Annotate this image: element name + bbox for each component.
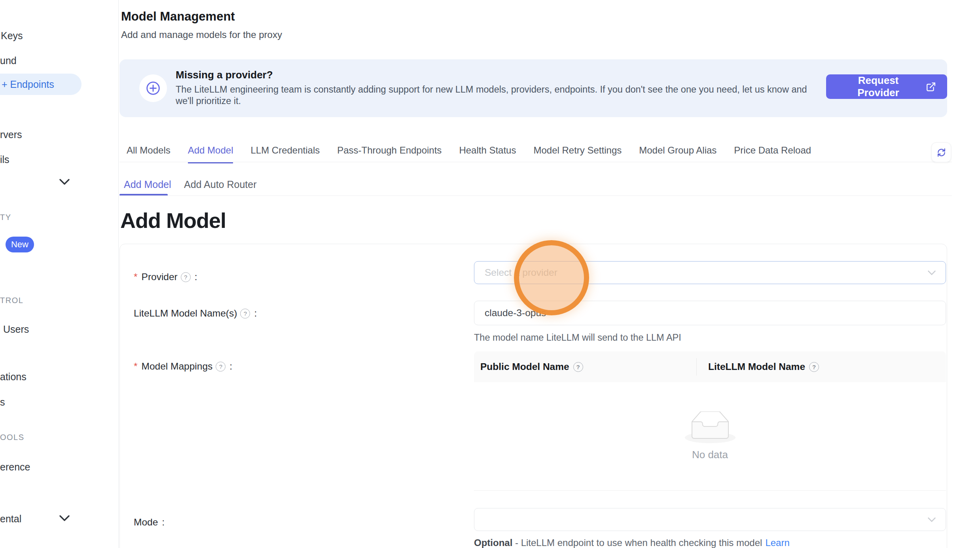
sidebar-section-label-control: TROL <box>0 296 23 305</box>
sidebar-item-servers[interactable]: rvers <box>0 129 22 140</box>
required-asterisk: * <box>134 361 138 372</box>
chevron-down-icon <box>927 517 936 522</box>
plus-circle-icon <box>139 74 167 102</box>
provider-select-placeholder: Select a provider <box>485 267 557 278</box>
tab-llm-credentials[interactable]: LLM Credentials <box>250 145 320 163</box>
sidebar-item-inference[interactable]: erence <box>0 461 30 473</box>
app-page: Keys und + Endpoints rvers ils TY New TR… <box>0 0 980 548</box>
label-colon: : <box>162 517 165 528</box>
tab-model-group-alias[interactable]: Model Group Alias <box>639 145 717 163</box>
request-provider-button[interactable]: Request Provider <box>826 74 947 99</box>
refresh-button[interactable] <box>931 142 951 162</box>
label-colon: : <box>195 271 197 283</box>
banner-title: Missing a provider? <box>176 69 273 81</box>
mode-select[interactable] <box>474 508 946 531</box>
sidebar-item-teams[interactable]: s <box>0 396 5 408</box>
model-name-help-text: The model name LiteLLM will send to the … <box>474 332 681 343</box>
sidebar-section-label-tools: OOLS <box>0 433 25 442</box>
no-data-text: No data <box>692 449 728 461</box>
column-label: LiteLLM Model Name <box>708 361 805 372</box>
help-icon[interactable]: ? <box>573 362 583 372</box>
model-name-label: LiteLLM Model Name(s) ? : <box>134 308 257 319</box>
chevron-down-icon <box>927 270 936 275</box>
mode-hint-text: - LiteLLM endpoint to use when health ch… <box>512 537 762 548</box>
page-title: Model Management <box>121 9 235 24</box>
missing-provider-banner: Missing a provider? The LiteLLM engineer… <box>119 59 947 117</box>
sidebar-item-users[interactable]: Users <box>3 324 29 335</box>
tab-all-models[interactable]: All Models <box>127 145 171 163</box>
label-colon: : <box>254 308 257 319</box>
help-icon[interactable]: ? <box>216 362 226 372</box>
learn-link[interactable]: Learn <box>765 537 789 548</box>
model-name-input[interactable] <box>474 301 946 325</box>
refresh-icon <box>936 147 947 158</box>
chevron-down-icon[interactable] <box>59 179 70 185</box>
column-divider <box>696 358 697 375</box>
sidebar-item-experimental[interactable]: ental <box>0 513 21 525</box>
form-heading: Add Model <box>120 208 226 233</box>
model-mappings-label: * Model Mappings ? : <box>134 361 232 372</box>
mappings-table-empty-state: No data <box>474 382 946 491</box>
sidebar-item-playground[interactable]: und <box>0 55 17 66</box>
column-label: Public Model Name <box>480 361 569 372</box>
model-name-label-text: LiteLLM Model Name(s) <box>134 308 237 319</box>
page-subtitle: Add and manage models for the proxy <box>121 29 282 40</box>
subtab-add-auto-router[interactable]: Add Auto Router <box>184 179 256 190</box>
tab-price-data-reload[interactable]: Price Data Reload <box>734 145 811 163</box>
mode-hint: Optional - LiteLLM endpoint to use when … <box>474 537 790 548</box>
tabs-divider <box>119 162 952 162</box>
banner-body-line2: we'll prioritize it. <box>176 96 241 106</box>
tab-health-status[interactable]: Health Status <box>459 145 516 163</box>
provider-label: * Provider ? : <box>134 271 197 283</box>
banner-body: The LiteLLM engineering team is constant… <box>176 84 807 107</box>
help-icon[interactable]: ? <box>181 272 191 282</box>
new-badge: New <box>6 237 34 252</box>
mappings-table-header: Public Model Name ? LiteLLM Model Name ? <box>474 351 946 382</box>
sidebar-item-keys[interactable]: Keys <box>1 30 23 42</box>
external-link-icon <box>926 82 936 92</box>
tab-add-model[interactable]: Add Model <box>188 145 233 163</box>
tab-pass-through-endpoints[interactable]: Pass-Through Endpoints <box>337 145 442 163</box>
sidebar-item-organizations[interactable]: ations <box>0 371 27 383</box>
banner-body-line1: The LiteLLM engineering team is constant… <box>176 84 807 95</box>
chevron-down-icon[interactable] <box>59 515 70 521</box>
help-icon[interactable]: ? <box>240 309 250 319</box>
help-icon[interactable]: ? <box>809 362 819 372</box>
sidebar-item-ils[interactable]: ils <box>0 154 9 165</box>
provider-label-text: Provider <box>142 271 178 283</box>
label-colon: : <box>229 361 232 372</box>
required-asterisk: * <box>134 271 138 283</box>
subtab-add-model[interactable]: Add Model <box>124 179 171 190</box>
subtab-divider <box>119 195 952 196</box>
column-public-model-name: Public Model Name ? <box>474 361 696 372</box>
column-litellm-model-name: LiteLLM Model Name ? <box>696 361 946 372</box>
model-mappings-label-text: Model Mappings <box>142 361 213 372</box>
mode-hint-bold: Optional <box>474 537 512 548</box>
empty-inbox-icon <box>685 411 735 444</box>
model-tabs: All Models Add Model LLM Credentials Pas… <box>127 145 811 163</box>
sidebar: Keys und + Endpoints rvers ils TY New TR… <box>0 0 119 548</box>
tab-model-retry-settings[interactable]: Model Retry Settings <box>533 145 622 163</box>
provider-select[interactable]: Select a provider <box>474 261 946 284</box>
mode-label: Mode : <box>134 517 165 528</box>
sidebar-section-label: TY <box>0 213 11 222</box>
mode-label-text: Mode <box>134 517 158 528</box>
sidebar-item-endpoints-active[interactable]: + Endpoints <box>0 74 82 95</box>
request-provider-label: Request Provider <box>837 74 919 99</box>
